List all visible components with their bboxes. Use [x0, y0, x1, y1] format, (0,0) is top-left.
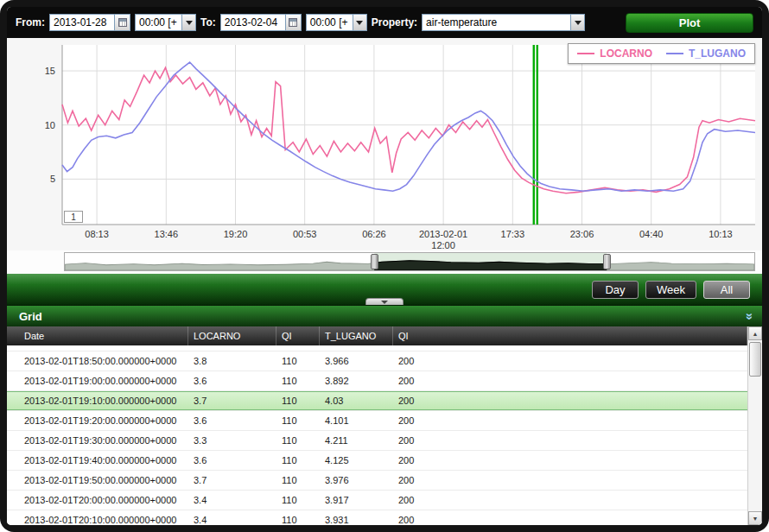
- table-cell: 4.101: [320, 411, 393, 430]
- from-date-picker-button[interactable]: [115, 14, 130, 31]
- range-button-week[interactable]: Week: [645, 281, 696, 299]
- table-row[interactable]: 2013-02-01T19:10:00.000000+00003.71104.0…: [7, 391, 747, 411]
- range-button-day[interactable]: Day: [592, 281, 639, 299]
- table-cell: 3.4: [188, 510, 276, 525]
- table-cell: 110: [276, 451, 320, 470]
- y-axis-label: 15: [45, 66, 55, 76]
- scroll-down-button[interactable]: ▼: [748, 511, 762, 525]
- property-select[interactable]: air-temperature: [422, 14, 585, 31]
- app-window: From: 00:00 [+ To: 00:0: [0, 0, 769, 532]
- table-row[interactable]: 2013-02-01T20:00:00.000000+00003.41103.9…: [7, 491, 747, 510]
- table-cell: 3.9: [188, 345, 276, 351]
- table-cell: 4.125: [320, 451, 393, 470]
- chevron-down-icon: [186, 21, 193, 25]
- range-selector[interactable]: [64, 252, 755, 271]
- property-dropdown-button[interactable]: [570, 14, 585, 31]
- table-cell: 3.976: [320, 471, 393, 490]
- table-row[interactable]: 2013-02-01T19:30:00.000000+00003.31104.2…: [7, 431, 747, 451]
- property-label: Property:: [372, 16, 417, 28]
- y-axis-label: 5: [50, 174, 55, 184]
- timeseries-chart[interactable]: 08:1313:4619:2000:5306:262013-02-0112:00…: [7, 38, 762, 250]
- grid-title: Grid: [19, 310, 42, 323]
- table-cell: 2013-02-01T18:40:00.000000+0000: [19, 345, 188, 351]
- table-cell: 110: [276, 431, 320, 450]
- table-cell: 3.892: [320, 371, 393, 390]
- range-toolbar: DayWeekAll: [7, 274, 762, 305]
- plot-button[interactable]: Plot: [626, 13, 753, 33]
- column-header-qi-4[interactable]: QI: [393, 326, 747, 345]
- table-cell: 3.931: [320, 510, 393, 525]
- table-row[interactable]: 2013-02-01T19:20:00.000000+00003.61104.1…: [7, 411, 747, 431]
- to-date-field: [220, 14, 302, 31]
- to-time-combo[interactable]: 00:00 [+: [306, 14, 367, 31]
- app-content: From: 00:00 [+ To: 00:0: [7, 7, 762, 525]
- to-date-picker-button[interactable]: [286, 14, 302, 31]
- table-cell: 110: [276, 371, 320, 390]
- table-row[interactable]: 2013-02-01T20:10:00.000000+00003.41103.9…: [7, 510, 747, 525]
- column-header-locarno-1[interactable]: LOCARNO: [188, 326, 276, 345]
- legend-item-locarno[interactable]: LOCARNO: [577, 48, 652, 60]
- legend-line-sample: [577, 53, 594, 54]
- table-cell: 4.03: [320, 391, 393, 410]
- expand-grid-icon[interactable]: »: [743, 313, 756, 320]
- column-header-qi-2[interactable]: QI: [276, 326, 320, 345]
- table-cell: 110: [276, 510, 320, 525]
- table-row[interactable]: 2013-02-01T19:00:00.000000+00003.61103.8…: [7, 371, 747, 391]
- grid-header: Grid »: [7, 305, 762, 326]
- table-cell: 2013-02-01T19:40:00.000000+0000: [19, 451, 188, 470]
- table-cell: 3.966: [320, 352, 393, 370]
- table-cell: 110: [276, 491, 320, 510]
- table-row[interactable]: 2013-02-01T19:50:00.000000+00003.71103.9…: [7, 471, 747, 491]
- to-date-input[interactable]: [220, 14, 286, 31]
- from-date-input[interactable]: [49, 14, 115, 31]
- table-cell: 110: [276, 411, 320, 430]
- legend-line-sample: [666, 53, 683, 54]
- scroll-track[interactable]: [748, 340, 762, 511]
- from-time-combo[interactable]: 00:00 [+: [135, 14, 196, 31]
- table-cell: 2013-02-01T19:20:00.000000+0000: [19, 411, 188, 430]
- table-cell: 200: [393, 371, 747, 390]
- from-label: From:: [16, 16, 45, 28]
- range-handle-left[interactable]: [371, 254, 378, 269]
- range-handle-right[interactable]: [603, 254, 611, 269]
- table-cell: 200: [393, 451, 747, 470]
- to-time-value: 00:00 [+: [306, 14, 353, 31]
- table-cell: 110: [276, 352, 320, 370]
- column-header-t-lugano-3[interactable]: T_LUGANO: [320, 326, 393, 345]
- chart-legend: LOCARNOT_LUGANO: [568, 43, 755, 64]
- range-buttons: DayWeekAll: [592, 281, 750, 299]
- zoom-level-box[interactable]: 1: [64, 211, 83, 223]
- property-selected-value: air-temperature: [422, 14, 570, 31]
- to-label: To:: [200, 16, 216, 28]
- grid-scrollbar[interactable]: ▲ ▼: [747, 326, 762, 525]
- from-date-field: [49, 14, 130, 31]
- table-row[interactable]: 2013-02-01T18:50:00.000000+00003.81103.9…: [7, 352, 747, 371]
- table-cell: 2013-02-01T19:10:00.000000+0000: [19, 391, 188, 410]
- table-row[interactable]: 2013-02-01T19:40:00.000000+00003.61104.1…: [7, 451, 747, 471]
- chart-panel: 08:1313:4619:2000:5306:262013-02-0112:00…: [7, 38, 762, 250]
- legend-item-t_lugano[interactable]: T_LUGANO: [666, 48, 746, 60]
- table-cell: 4.012: [320, 345, 393, 351]
- grid-area: DateLOCARNOQIT_LUGANOQI 2013-02-01T18:40…: [7, 326, 762, 525]
- grid-header-row: DateLOCARNOQIT_LUGANOQI: [7, 326, 747, 345]
- x-axis-label: 00:53: [293, 229, 317, 239]
- range-button-all[interactable]: All: [703, 281, 750, 299]
- navigator-chart: [65, 253, 754, 270]
- calendar-icon: [289, 18, 297, 27]
- x-axis-label: 23:06: [570, 229, 594, 239]
- x-axis-label: 13:46: [155, 229, 179, 239]
- from-time-value: 00:00 [+: [135, 14, 181, 31]
- scroll-thumb[interactable]: [749, 342, 761, 377]
- from-time-dropdown-button[interactable]: [181, 14, 196, 31]
- table-cell: 3.7: [188, 391, 276, 410]
- x-axis-label: 06:26: [362, 229, 386, 239]
- toolbar: From: 00:00 [+ To: 00:0: [7, 7, 762, 38]
- scroll-up-button[interactable]: ▲: [748, 326, 762, 340]
- panel-splitter-handle[interactable]: [365, 298, 404, 305]
- column-header-date-0[interactable]: Date: [19, 326, 188, 345]
- x-axis-label: 10:13: [709, 229, 733, 239]
- to-time-dropdown-button[interactable]: [353, 14, 367, 31]
- table-row[interactable]: 2013-02-01T18:40:00.000000+00003.91104.0…: [7, 345, 747, 352]
- table-cell: 4.211: [320, 431, 393, 450]
- table-cell: 110: [276, 345, 320, 351]
